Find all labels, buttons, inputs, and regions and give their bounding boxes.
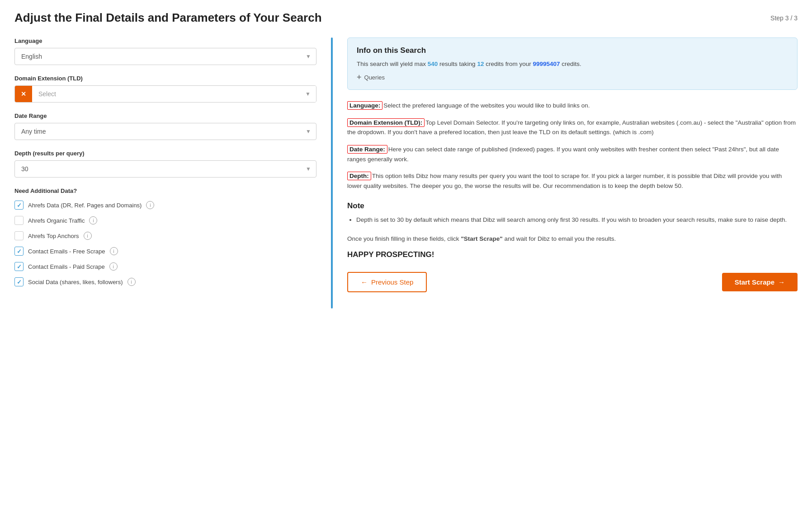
happy-text: HAPPY PROSPECTING! bbox=[347, 250, 798, 259]
help-item-1: Domain Extension (TLD):Top Level Domain … bbox=[347, 118, 798, 137]
tld-input-wrapper: ✕ Select ▼ bbox=[14, 85, 316, 103]
footer-text-before: Once you finish filling in these fields,… bbox=[347, 235, 461, 242]
checkbox-label-contact_free: Contact Emails - Free Scrape bbox=[28, 248, 105, 255]
help-item-2: Date Range:Here you can select date rang… bbox=[347, 145, 798, 164]
checkbox-contact_free[interactable] bbox=[14, 247, 24, 256]
language-select-wrapper: English ▼ bbox=[14, 48, 316, 65]
date-range-select-wrapper: Any time ▼ bbox=[14, 123, 316, 140]
checkbox-contact_paid[interactable] bbox=[14, 262, 24, 271]
start-scrape-button[interactable]: Start Scrape → bbox=[722, 273, 798, 291]
checkbox-label-ahrefs_traffic: Ahrefs Organic Traffic bbox=[28, 217, 85, 224]
tld-group: Domain Extension (TLD) ✕ Select ▼ bbox=[14, 75, 316, 103]
checkbox-label-social_data: Social Data (shares, likes, followers) bbox=[28, 279, 123, 285]
tld-select-wrapper: Select ▼ bbox=[32, 86, 316, 102]
tld-label: Domain Extension (TLD) bbox=[14, 75, 316, 82]
additional-data-group: Need Additional Data? Ahrefs Data (DR, R… bbox=[14, 187, 316, 286]
date-range-group: Date Range Any time ▼ bbox=[14, 112, 316, 140]
depth-select-wrapper: 30 50 100 ▼ bbox=[14, 160, 316, 178]
depth-label: Depth (results per query) bbox=[14, 150, 316, 157]
help-item-0: Language:Select the prefered language of… bbox=[347, 101, 798, 111]
info-text-after: credits. bbox=[560, 61, 581, 67]
info-box-title: Info on this Search bbox=[357, 46, 788, 55]
checkbox-label-ahrefs_anchors: Ahrefs Top Anchors bbox=[28, 233, 79, 239]
info-text-before: This search will yield max bbox=[357, 61, 428, 67]
checkbox-ahrefs_traffic[interactable] bbox=[14, 216, 24, 225]
help-item-label-0: Language: bbox=[347, 101, 382, 110]
checkbox-social_data[interactable] bbox=[14, 277, 24, 286]
footer-bold: "Start Scrape" bbox=[461, 235, 502, 242]
panel-divider bbox=[331, 37, 333, 309]
checkbox-label-ahrefs_data: Ahrefs Data (DR, Ref. Pages and Domains) bbox=[28, 202, 142, 209]
prev-arrow-icon: ← bbox=[361, 278, 368, 286]
help-sections: Language:Select the prefered language of… bbox=[347, 101, 798, 191]
date-range-select[interactable]: Any time bbox=[14, 123, 316, 140]
info-icon-contact_paid[interactable]: i bbox=[109, 262, 118, 271]
date-range-label: Date Range bbox=[14, 112, 316, 119]
note-title: Note bbox=[347, 201, 798, 210]
checkbox-item-contact_paid: Contact Emails - Paid Scrapei bbox=[14, 262, 316, 271]
checkbox-label-contact_paid: Contact Emails - Paid Scrape bbox=[28, 263, 105, 270]
language-select[interactable]: English bbox=[14, 48, 316, 65]
previous-step-button[interactable]: ← Previous Step bbox=[347, 272, 427, 292]
depth-group: Depth (results per query) 30 50 100 ▼ bbox=[14, 150, 316, 178]
language-label: Language bbox=[14, 37, 316, 44]
plus-icon: + bbox=[357, 73, 362, 81]
info-text-mid1: results taking bbox=[438, 61, 477, 67]
info-icon-ahrefs_traffic[interactable]: i bbox=[89, 216, 97, 224]
checkbox-item-ahrefs_anchors: Ahrefs Top Anchorsi bbox=[14, 231, 316, 240]
language-group: Language English ▼ bbox=[14, 37, 316, 65]
info-icon-social_data[interactable]: i bbox=[127, 278, 136, 286]
info-icon-ahrefs_anchors[interactable]: i bbox=[84, 232, 92, 240]
note-item-0: Depth is set to 30 by default which mean… bbox=[356, 215, 798, 225]
footer-text-after: and wait for Dibz to email you the resul… bbox=[503, 235, 616, 242]
checkbox-item-social_data: Social Data (shares, likes, followers)i bbox=[14, 277, 316, 286]
info-max-results: 540 bbox=[428, 61, 438, 67]
checkbox-item-contact_free: Contact Emails - Free Scrapei bbox=[14, 247, 316, 256]
info-box-text: This search will yield max 540 results t… bbox=[357, 60, 788, 69]
checkbox-item-ahrefs_data: Ahrefs Data (DR, Ref. Pages and Domains)… bbox=[14, 201, 316, 210]
help-item-label-1: Domain Extension (TLD): bbox=[347, 118, 425, 127]
additional-data-label: Need Additional Data? bbox=[14, 187, 316, 194]
queries-label: Queries bbox=[364, 74, 385, 81]
checkboxes-container: Ahrefs Data (DR, Ref. Pages and Domains)… bbox=[14, 201, 316, 286]
info-icon-contact_free[interactable]: i bbox=[110, 247, 118, 255]
buttons-row: ← Previous Step Start Scrape → bbox=[347, 272, 798, 292]
info-credits-total: 99995407 bbox=[533, 61, 560, 67]
prev-button-label: Previous Step bbox=[371, 278, 413, 286]
note-section: Note Depth is set to 30 by default which… bbox=[347, 201, 798, 225]
tld-clear-button[interactable]: ✕ bbox=[15, 86, 32, 102]
checkbox-ahrefs_data[interactable] bbox=[14, 201, 24, 210]
info-credits-used: 12 bbox=[477, 61, 484, 67]
footer-text: Once you finish filling in these fields,… bbox=[347, 234, 798, 244]
info-text-mid2: credits from your bbox=[484, 61, 533, 67]
step-indicator: Step 3 / 3 bbox=[770, 14, 798, 22]
queries-toggle[interactable]: + Queries bbox=[357, 73, 788, 81]
start-button-label: Start Scrape bbox=[735, 278, 774, 286]
tld-select[interactable]: Select bbox=[32, 86, 316, 102]
info-icon-ahrefs_data[interactable]: i bbox=[146, 201, 154, 209]
checkbox-item-ahrefs_traffic: Ahrefs Organic Traffici bbox=[14, 216, 316, 225]
depth-select[interactable]: 30 50 100 bbox=[14, 160, 316, 178]
checkbox-ahrefs_anchors[interactable] bbox=[14, 231, 24, 240]
start-arrow-icon: → bbox=[778, 278, 785, 286]
help-item-3: Depth:This option tells Dibz how many re… bbox=[347, 171, 798, 191]
info-box: Info on this Search This search will yie… bbox=[347, 37, 798, 90]
note-list: Depth is set to 30 by default which mean… bbox=[347, 215, 798, 225]
help-item-label-3: Depth: bbox=[347, 172, 371, 180]
page-title: Adjust the Final Details and Parameters … bbox=[14, 11, 322, 25]
help-item-label-2: Date Range: bbox=[347, 145, 387, 154]
